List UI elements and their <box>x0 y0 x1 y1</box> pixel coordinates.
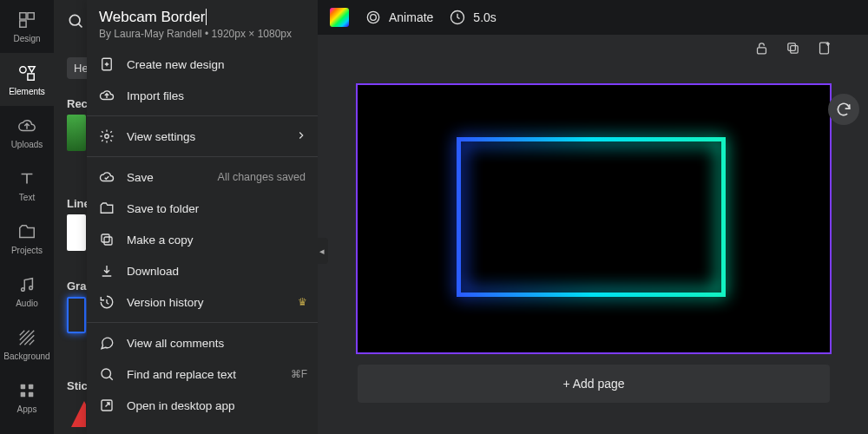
text-icon <box>16 168 37 189</box>
svg-point-6 <box>30 286 33 290</box>
menu-label: Import files <box>127 89 184 102</box>
folder-icon <box>99 201 115 216</box>
file-menu: Webcam Border By Laura-May Randell • 192… <box>87 0 318 434</box>
svg-rect-8 <box>29 385 34 390</box>
menu-create-new-design[interactable]: Create new design <box>87 49 318 80</box>
list-item[interactable] <box>67 115 86 151</box>
svg-rect-21 <box>757 47 766 53</box>
rail-label: Elements <box>9 87 45 96</box>
rail-label: Uploads <box>11 140 43 149</box>
menu-separator <box>87 115 318 116</box>
background-icon <box>16 327 37 348</box>
panel-collapse-handle[interactable]: ◂ <box>316 238 328 264</box>
add-page-icon[interactable] <box>816 40 832 56</box>
menu-label: View all comments <box>127 337 224 350</box>
search-icon <box>99 366 115 382</box>
apps-icon <box>16 380 37 401</box>
import-icon <box>99 88 115 103</box>
search-icon[interactable] <box>67 12 86 38</box>
menu-label: Download <box>127 265 179 278</box>
audio-icon <box>16 274 37 295</box>
menu-save-to-folder[interactable]: Save to folder <box>87 193 318 224</box>
menu-label: Save to folder <box>127 202 199 215</box>
menu-view-comments[interactable]: View all comments <box>87 327 318 358</box>
chevron-right-icon <box>295 129 307 144</box>
elements-icon <box>16 62 37 83</box>
neon-frame-element[interactable] <box>457 137 726 297</box>
svg-point-18 <box>371 15 377 21</box>
menu-label: View settings <box>127 130 195 143</box>
plus-page-icon <box>99 56 115 72</box>
svg-rect-23 <box>787 43 795 50</box>
menu-download[interactable]: Download <box>87 255 318 286</box>
crown-icon: ♛ <box>298 296 307 308</box>
rail-elements[interactable]: Elements <box>0 53 54 106</box>
menu-label: Version history <box>127 296 204 309</box>
animate-icon <box>365 9 382 26</box>
svg-rect-15 <box>102 234 109 242</box>
lock-icon[interactable] <box>753 40 769 56</box>
regenerate-button[interactable] <box>828 94 859 125</box>
design-title-text: Webcam Border <box>99 9 206 25</box>
list-item[interactable] <box>67 397 86 431</box>
rail-label: Projects <box>11 246 43 255</box>
design-title[interactable]: Webcam Border <box>87 0 318 28</box>
canvas-actions <box>753 40 832 56</box>
add-page-label: + Add page <box>562 377 624 391</box>
menu-label: Create new design <box>127 58 225 71</box>
menu-find-replace[interactable]: Find and replace text ⌘F <box>87 358 318 390</box>
top-toolbar: Animate 5.0s <box>318 0 868 35</box>
rail-label: Text <box>19 193 35 202</box>
list-item[interactable] <box>67 214 86 251</box>
menu-save[interactable]: Save All changes saved <box>87 161 318 193</box>
comment-icon <box>99 335 115 351</box>
menu-make-copy[interactable]: Make a copy <box>87 224 318 255</box>
rail-design[interactable]: Design <box>0 0 54 53</box>
section-stickers: Stic <box>67 379 88 392</box>
save-status: All changes saved <box>218 171 306 183</box>
gear-icon <box>99 128 115 144</box>
svg-point-3 <box>20 67 26 73</box>
svg-rect-22 <box>790 45 798 53</box>
rail-uploads[interactable]: Uploads <box>0 106 54 159</box>
rail-apps[interactable]: Apps <box>0 371 54 424</box>
svg-rect-14 <box>104 237 112 245</box>
rail-text[interactable]: Text <box>0 159 54 212</box>
svg-rect-9 <box>21 392 26 398</box>
svg-point-16 <box>102 369 111 378</box>
section-graphics: Gra <box>67 279 86 293</box>
uploads-icon <box>16 115 37 136</box>
color-picker[interactable] <box>330 8 349 27</box>
list-item[interactable] <box>67 297 86 333</box>
rail-projects[interactable]: Projects <box>0 212 54 265</box>
cloud-check-icon <box>99 169 115 185</box>
design-icon <box>16 10 37 30</box>
canvas[interactable] <box>358 85 830 352</box>
menu-version-history[interactable]: Version history ♛ <box>87 286 318 318</box>
menu-label: Open in desktop app <box>127 399 235 412</box>
rail-label: Background <box>3 352 49 361</box>
editor-stage: ◂ + Add page <box>318 35 868 434</box>
menu-separator <box>87 156 318 157</box>
menu-label: Find and replace text <box>127 368 236 381</box>
menu-import-files[interactable]: Import files <box>87 80 318 111</box>
menu-view-settings[interactable]: View settings <box>87 121 318 152</box>
duplicate-page-icon[interactable] <box>785 40 800 56</box>
svg-rect-4 <box>28 74 34 80</box>
menu-open-desktop[interactable]: Open in desktop app <box>87 390 318 421</box>
svg-point-11 <box>69 15 80 25</box>
add-page-button[interactable]: + Add page <box>358 365 830 403</box>
svg-rect-2 <box>20 21 26 27</box>
download-icon <box>99 263 115 279</box>
duration-button[interactable]: 5.0s <box>449 9 496 26</box>
rail-audio[interactable]: Audio <box>0 265 54 318</box>
rail-background[interactable]: Background <box>0 318 54 371</box>
svg-point-13 <box>105 135 109 139</box>
svg-rect-0 <box>20 13 26 19</box>
toolbar-label: Animate <box>389 10 433 24</box>
history-icon <box>99 294 115 310</box>
external-icon <box>99 398 115 413</box>
svg-point-19 <box>367 11 378 23</box>
animate-button[interactable]: Animate <box>365 9 433 26</box>
menu-label: Make a copy <box>127 233 194 247</box>
